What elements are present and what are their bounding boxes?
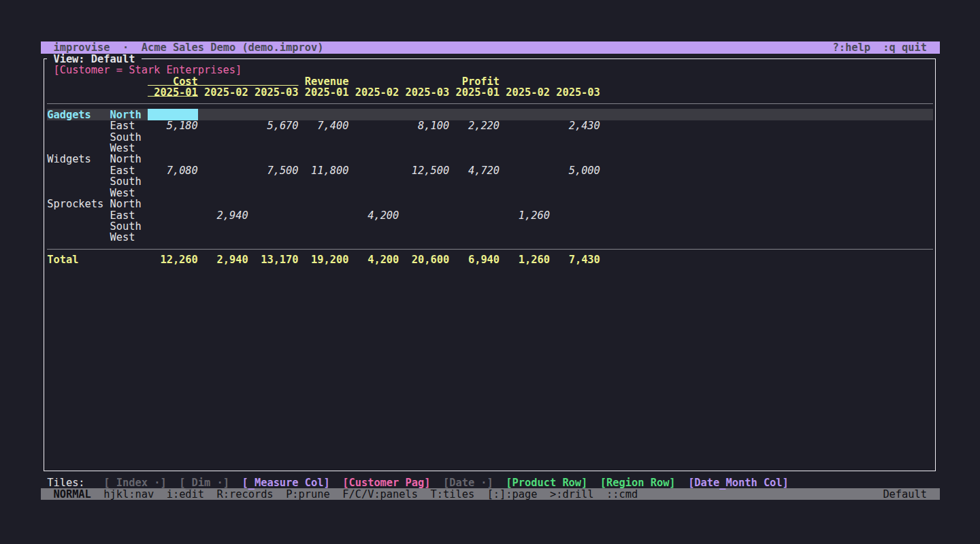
- row-label-region[interactable]: West: [110, 143, 135, 154]
- row-label-region[interactable]: South: [110, 132, 142, 143]
- total-row: Total12,2602,94013,17019,2004,20020,6006…: [41, 254, 940, 265]
- total-value: 19,200: [311, 254, 348, 265]
- data-row: East5,1805,6707,4008,1002,2202,430: [41, 120, 940, 131]
- tile-dim[interactable]: [_Dim ·]: [179, 477, 229, 488]
- cell-value[interactable]: 11,800: [311, 165, 348, 176]
- tile-date_month[interactable]: [Date_Month Col]: [688, 477, 789, 488]
- app-name: improvise: [53, 42, 110, 53]
- view-panel-title-row: View: Default: [41, 53, 940, 64]
- cell-value[interactable]: 8,100: [418, 120, 449, 131]
- terminal-screen: improvise·Acme Sales Demo (demo.improv)?…: [41, 42, 940, 511]
- cell-value[interactable]: 5,670: [267, 120, 298, 131]
- tile-underscore: _: [719, 477, 725, 490]
- measure-group-label[interactable]: Profit: [462, 76, 500, 87]
- tiles-bar-label: Tiles:: [47, 477, 84, 488]
- total-label: Total: [47, 254, 78, 265]
- row-label-product[interactable]: Sprockets: [47, 199, 103, 209]
- help-hint: ?:help :q quit: [833, 42, 927, 53]
- cell-value[interactable]: 7,080: [167, 165, 198, 176]
- measure-group-label[interactable]: Revenue: [305, 76, 349, 87]
- row-label-region[interactable]: West: [110, 188, 135, 199]
- row-label-region[interactable]: South: [110, 221, 142, 232]
- measure-group-label[interactable]: Cost: [173, 76, 198, 87]
- cell-value[interactable]: 2,430: [569, 120, 600, 131]
- status-hint: F/C/V:panels: [342, 489, 418, 500]
- cell-value[interactable]: 2,940: [217, 210, 248, 221]
- cell-value[interactable]: 12,500: [412, 165, 449, 176]
- cell-value[interactable]: 5,000: [569, 165, 600, 176]
- data-row: West: [41, 232, 940, 243]
- row-label-product[interactable]: Gadgets: [47, 109, 91, 120]
- month-column-header[interactable]: 2025-01: [455, 87, 500, 98]
- cell-value[interactable]: 4,720: [468, 165, 500, 176]
- row-label-product[interactable]: Widgets: [47, 154, 91, 165]
- row-label-region[interactable]: North: [110, 154, 142, 165]
- tile-underscore: _: [185, 477, 191, 490]
- row-label-region[interactable]: North: [110, 109, 142, 120]
- total-value: 12,260: [160, 254, 197, 265]
- app-bar-separator-dot: ·: [122, 42, 129, 53]
- row-label-region[interactable]: North: [110, 199, 142, 209]
- tile-index[interactable]: [_Index ·]: [103, 477, 166, 488]
- separator-line: [47, 249, 933, 250]
- selected-cell-cursor[interactable]: [148, 109, 198, 120]
- measure-header-row: CostRevenueProfit: [41, 75, 940, 86]
- data-row: GadgetsNorth: [41, 109, 940, 120]
- row-label-region[interactable]: East: [110, 165, 135, 176]
- total-value: 13,170: [261, 254, 298, 265]
- filter-row: [Customer = Stark Enterprises]: [41, 65, 940, 75]
- row-label-region[interactable]: East: [110, 120, 135, 131]
- data-row: East7,0807,50011,80012,5004,7205,000: [41, 165, 940, 176]
- data-row: SprocketsNorth: [41, 199, 940, 209]
- row-label-region[interactable]: South: [110, 176, 142, 187]
- tile-measure[interactable]: [_Measure Col]: [242, 477, 329, 488]
- cell-value[interactable]: 1,260: [519, 210, 550, 221]
- cell-value[interactable]: 7,500: [267, 165, 298, 176]
- cell-value[interactable]: 2,220: [468, 120, 500, 131]
- row-label-region[interactable]: West: [110, 232, 135, 243]
- data-row: West: [41, 187, 940, 198]
- cell-value[interactable]: 5,180: [167, 120, 198, 131]
- tile-date[interactable]: [Date ·]: [443, 477, 493, 488]
- tile-product[interactable]: [Product Row]: [506, 477, 587, 488]
- month-column-header[interactable]: 2025-02: [204, 87, 248, 98]
- data-row: South: [41, 131, 940, 142]
- total-value: 1,260: [519, 254, 550, 265]
- document-title: Acme Sales Demo (demo.improv): [142, 42, 324, 53]
- status-hint: R:records: [217, 489, 274, 500]
- total-value: 4,200: [368, 254, 399, 265]
- cell-value[interactable]: 4,200: [368, 210, 399, 221]
- row-label-region[interactable]: East: [110, 210, 135, 221]
- month-column-header[interactable]: 2025-03: [406, 87, 450, 98]
- month-column-header[interactable]: 2025-02: [355, 87, 399, 98]
- tile-region[interactable]: [Region Row]: [600, 477, 676, 488]
- tile-underscore: _: [110, 477, 116, 490]
- cell-value[interactable]: 7,400: [317, 120, 348, 131]
- total-value: 20,600: [412, 254, 449, 265]
- data-row: South: [41, 176, 940, 187]
- tile-underscore: _: [248, 477, 255, 490]
- total-value: 7,430: [569, 254, 600, 265]
- status-hint: P:prune: [286, 489, 330, 500]
- data-row: West: [41, 143, 940, 154]
- filter-badge[interactable]: [Customer = Stark Enterprises]: [53, 65, 242, 75]
- total-value: 6,940: [468, 254, 500, 265]
- tiles-bar: Tiles:[_Index ·][_Dim ·][_Measure Col][C…: [41, 477, 940, 488]
- month-column-header[interactable]: 2025-03: [255, 87, 299, 98]
- data-row: East2,9404,2001,260: [41, 209, 940, 220]
- month-column-header[interactable]: 2025-01: [305, 87, 349, 98]
- separator-line: [47, 103, 933, 104]
- view-panel-title: View: Default: [47, 54, 141, 65]
- month-column-header[interactable]: 2025-03: [556, 87, 600, 98]
- month-column-header[interactable]: 2025-01: [154, 87, 198, 98]
- month-column-header[interactable]: 2025-02: [506, 87, 550, 98]
- status-hint: i:edit: [167, 489, 204, 500]
- measure-group-underline: [148, 76, 298, 87]
- total-value: 2,940: [217, 254, 248, 265]
- tile-customer[interactable]: [Customer Pag]: [342, 477, 430, 488]
- app-bar: improvise·Acme Sales Demo (demo.improv)?…: [41, 41, 940, 54]
- status-hint: ::cmd: [606, 489, 638, 500]
- status-mode: NORMAL: [53, 489, 91, 500]
- status-view-name: Default: [883, 489, 927, 500]
- data-row: WidgetsNorth: [41, 154, 940, 165]
